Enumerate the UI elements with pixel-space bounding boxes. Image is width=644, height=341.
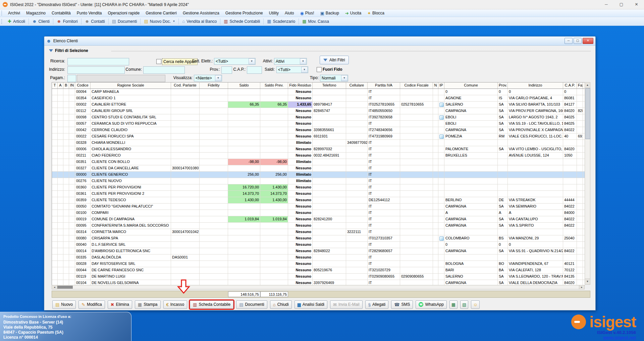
close-button[interactable]: ✕ <box>629 0 644 9</box>
menu-item-gestione-produzione[interactable]: Gestione Produzione <box>222 9 266 17</box>
visualizza-select[interactable]: <Niente> ▼ <box>194 75 222 81</box>
documenti-button[interactable]: ▤Documenti <box>236 300 267 309</box>
invia-e-mail-button[interactable]: ✉Invia E-Mail <box>330 300 363 309</box>
column-header-ragione-sociale[interactable]: Ragione Sociale <box>91 82 171 89</box>
table-row[interactable]: 00361CLIENTE PER PROVVIGIONI 214.373,701… <box>52 191 585 197</box>
maximize-button[interactable]: ▢ <box>614 0 629 9</box>
table-row[interactable]: 00360CLIENTE PER PROVVIGIONI16.720,001.4… <box>52 184 585 191</box>
toolbar-item-mov-cassa[interactable]: ▩Mov. Cassa <box>300 18 332 25</box>
menu-item-plus-[interactable]: ◉Plus! <box>297 9 317 17</box>
table-row[interactable]: 00022CESARE FIORUCCI SPANessuno6911931IT… <box>52 133 585 140</box>
toolbar-item-nuovo-doc-[interactable]: ▤Nuovo Doc.▼ <box>141 18 178 25</box>
table-row[interactable]: 00100COMPARINessunoITAAA84000 <box>52 210 585 216</box>
menu-item-gestione-cantieri[interactable]: Gestione Cantieri <box>143 9 180 17</box>
column-header-in[interactable]: IN <box>69 82 75 89</box>
horizontal-scroll-thumb[interactable] <box>57 286 73 289</box>
altri-filtri-button[interactable]: Altri Filtri <box>320 56 349 64</box>
table-row[interactable]: 00095CONFRATERNITA S.MARIA DEL SOCCORSON… <box>52 223 585 229</box>
column-header-fidelity[interactable]: Fidelity <box>200 82 228 89</box>
column-header-cod-parlante[interactable]: Cod. Parlante <box>171 82 200 89</box>
column-header-codice-fiscale[interactable]: Codice Fiscale <box>400 82 433 89</box>
table-row[interactable]: 00094CARP MIHAELANessunoIT0000 <box>52 89 585 95</box>
table-row[interactable]: 00359CLIENTE TEDESCO1.430,001.430,00Ness… <box>52 197 585 204</box>
table-row[interactable]: 00351CLIENTE CON BOLLO-98,00-98,00Illimi… <box>52 159 585 165</box>
table-row[interactable]: 00276CLIENTE NUOVOIllimitatoIT <box>52 178 585 184</box>
export-button[interactable]: ▧ <box>460 300 468 309</box>
smiley-button[interactable]: ☺ <box>471 300 479 309</box>
menu-item-magazzino[interactable]: Magazzino <box>23 9 49 17</box>
menu-item-contabilit-[interactable]: Contabilità <box>49 9 74 17</box>
table-row[interactable]: 00112CAVALIERI GROUP SRLNessuno82845747I… <box>52 108 585 114</box>
ricerca-input[interactable] <box>67 58 129 65</box>
elimina-button[interactable]: ✖Elimina <box>108 300 132 309</box>
table-row[interactable]: 00328CHIARA MONDELLIIllimitato3409877092… <box>52 140 585 146</box>
stampa-button[interactable]: ▦Stampa <box>135 300 161 309</box>
table-row[interactable]: 00080CRISARPA SPANessunoIT0127310357COLO… <box>52 235 585 242</box>
column-header-cellulare[interactable]: Cellulare <box>346 82 368 89</box>
column-header-codice[interactable]: Codice <box>75 82 91 89</box>
column-header-saldo[interactable]: Saldo <box>228 82 260 89</box>
table-row[interactable]: 00019COMUNE DI CAMPAGNA1.019,841.019,84N… <box>52 216 585 223</box>
table-row[interactable]: 00098CENTRO STUDI E CONTABILITA' SRLNess… <box>52 114 585 121</box>
comune-input[interactable] <box>143 66 185 74</box>
allegati-button[interactable]: §Allegati <box>365 300 389 309</box>
scroll-left-icon[interactable]: ◄ <box>52 285 57 289</box>
table-row[interactable]: 00002CAVALIERI ETTORE66,3566,351.433,650… <box>52 102 585 108</box>
toolbar-item-clienti[interactable]: ☻Clienti <box>30 18 52 25</box>
column-header-fido-residuo[interactable]: Fido Residuo <box>288 82 313 89</box>
excel-button[interactable]: ▦ <box>449 300 458 309</box>
scroll-up-icon[interactable]: ▲ <box>585 82 590 88</box>
tipo-select[interactable]: Normali ▼ <box>320 75 348 81</box>
column-header-saldo-prev-[interactable]: Saldo Prev. <box>260 82 288 89</box>
toolbar-item-scadenzario[interactable]: ▦Scadenzario <box>264 18 298 25</box>
fuori-fido-checkbox[interactable] <box>317 67 322 72</box>
incasso-button[interactable]: €Incasso <box>163 300 187 309</box>
chiudi-button[interactable]: ⌂Chiudi <box>270 300 292 309</box>
horizontal-scrollbar[interactable]: ◄ ► <box>52 285 585 289</box>
scroll-right-icon[interactable]: ► <box>579 285 584 289</box>
column-header-n[interactable]: N <box>433 82 438 89</box>
menu-item-gestione-assistenza[interactable]: Gestione Assistenza <box>180 9 222 17</box>
menu-item-punto-vendita[interactable]: Punto Vendita <box>74 9 105 17</box>
column-header-ip[interactable]: IP <box>438 82 444 89</box>
analisi-saldi-button[interactable]: ▆Analisi Saldi <box>294 300 327 309</box>
window-maximize-button[interactable]: ▢ <box>574 38 582 44</box>
scroll-down-icon[interactable]: ▼ <box>585 279 590 284</box>
column-header-t[interactable]: T <box>52 82 58 89</box>
toolbar-item-articoli[interactable]: ✚Articoli <box>5 18 28 25</box>
window-close-button[interactable]: ✕ <box>583 38 593 44</box>
website-link[interactable]: www.isigest.net <box>571 335 636 340</box>
column-header-telefono[interactable]: Telefono <box>313 82 346 89</box>
vertical-scroll-thumb[interactable] <box>585 88 590 139</box>
table-row[interactable]: 00040D.L.F.SERVICE SRLNessunoIT000 <box>52 242 585 248</box>
table-row[interactable]: 00028DAY RISTOSERVICE SRLNessunoITBOLOGN… <box>52 261 585 267</box>
table-row[interactable]: 00006CHIOLA ALESSANDRONessuno828997032IT… <box>52 146 585 153</box>
menu-item-utility[interactable]: Utility <box>266 9 282 17</box>
column-header-fax[interactable]: Fax <box>577 82 583 89</box>
window-titlebar[interactable]: ☻ Elenco Clienti ─▢✕ <box>44 37 595 46</box>
table-row[interactable]: 00000CLIENTE GENERICO256,00256,00Illimit… <box>52 172 585 178</box>
column-header-prov-[interactable]: Prov. <box>498 82 508 89</box>
pagam-input[interactable] <box>67 75 76 82</box>
table-row[interactable]: 00119DE MARTINO LUIGINessunoIT0290908065… <box>52 274 585 280</box>
fuori-fido-label[interactable]: Fuori Fido <box>323 66 342 72</box>
table-row[interactable]: 00211CIAO FEDERICONessuno0032.48421691IT… <box>52 153 585 159</box>
table-row[interactable]: 00327CLIENTE DA CANCELLARE3000147001080N… <box>52 165 585 172</box>
table-row[interactable]: 00104DE NOVELLIS GELSOMINANessuno3397926… <box>52 280 585 285</box>
column-header-a[interactable]: A <box>58 82 63 89</box>
whatsapp-button[interactable]: ☎WhatsApp <box>416 300 446 309</box>
toolbar-item-fornitori[interactable]: ☻Fornitori <box>54 18 80 25</box>
column-header-comune[interactable]: Comune <box>444 82 498 89</box>
minimize-button[interactable]: ─ <box>599 0 614 9</box>
vertical-scrollbar[interactable]: ▲ ▼ <box>585 82 590 285</box>
column-header-c-a-p-[interactable]: C.A.P. <box>563 82 577 89</box>
scheda-contabile-button[interactable]: ▥Scheda Contabile <box>190 300 233 309</box>
table-row[interactable]: 00042CERRONE CLAUDIONessuno3398355661IT2… <box>52 127 585 133</box>
column-header-b[interactable]: B <box>63 82 69 89</box>
table-row[interactable]: 00057CERAMICA SUD DI VITO REPPUCCIANessu… <box>52 121 585 127</box>
menu-item-backup[interactable]: ▣Backup <box>317 9 342 17</box>
menu-item-blocca[interactable]: ✦Blocca <box>364 9 387 17</box>
modifica-button[interactable]: ✎Modifica <box>78 300 105 309</box>
window-minimize-button[interactable]: ─ <box>565 38 573 44</box>
menu-item-aiuto[interactable]: Aiuto <box>282 9 297 17</box>
